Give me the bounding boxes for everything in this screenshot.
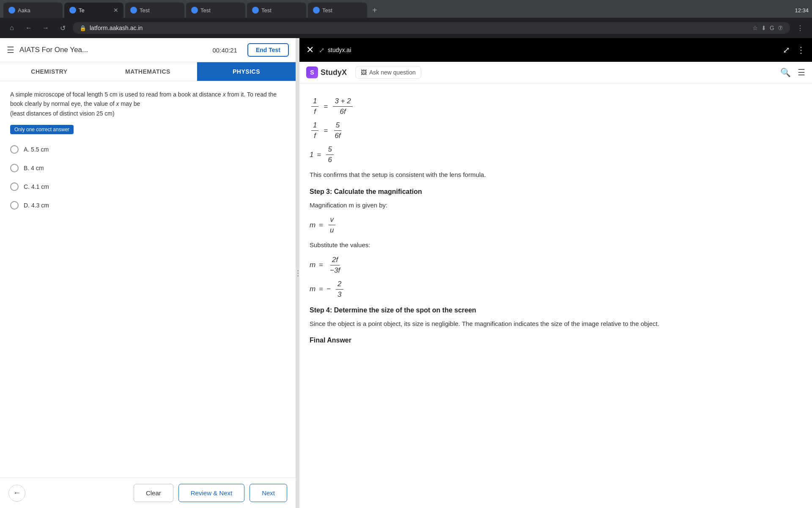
studyx-logo-letter: S [310,69,314,76]
sub-magnification-line: m = 2f −3f [310,256,802,275]
studyx-url-text: studyx.ai [328,47,351,53]
option-c[interactable]: C. 4.1 cm [10,180,285,193]
left-panel: ☰ AIATS For One Yea... 00:40:21 End Test… [0,38,296,508]
time-display: 12:34 [795,7,809,14]
browser-status-icons: 12:34 [795,7,809,14]
tab-mathematics[interactable]: MATHEMATICS [99,62,197,81]
studyx-header-icons: 🔍 ☰ [780,67,805,77]
option-a-radio[interactable] [10,145,19,154]
magnification-eq-div: m = v u [310,215,802,235]
frac-5-6: 5 6 [326,145,333,164]
translate-icon[interactable]: G [770,25,774,31]
m-symbol-3: m [310,285,315,293]
substitute-text: Substitute the values: [310,240,802,251]
test-title: AIATS For One Yea... [19,46,208,54]
extensions-icon[interactable]: ⑦ [778,25,783,31]
nav-bar: ⌂ ← → ↺ 🔒 latform.aakash.ac.in ☆ ⬇ G ⑦ ⋮ [0,18,812,38]
tab-label-4: Test [200,7,240,14]
frac-2-3: 2 3 [336,280,343,299]
equation-3-line: 1 = 5 6 [310,145,802,164]
option-d[interactable]: D. 4.3 cm [10,199,285,212]
end-test-button[interactable]: End Test [247,43,289,57]
nav-back-button[interactable]: ← [22,21,36,35]
magnification-result-line: m = − 2 3 [310,280,802,299]
address-bar[interactable]: 🔒 latform.aakash.ac.in ☆ ⬇ G ⑦ [73,22,790,34]
ask-question-image-icon: 🖼 [361,69,367,76]
browser-chrome: Aaka Te ✕ Test Test Test Test + 12:34 ⌂ [0,0,812,38]
tab-physics[interactable]: PHYSICS [197,62,296,81]
equation-1-line: 1 f = 3 + 2 6f [310,97,802,116]
ask-new-question-button[interactable]: 🖼 Ask new question [355,66,421,79]
back-button[interactable]: ← [8,485,25,502]
next-button[interactable]: Next [250,484,287,502]
clear-button[interactable]: Clear [134,484,173,502]
tab-label-2: Te [79,7,111,14]
studyx-share-button[interactable]: ⤢ [783,45,790,55]
option-c-radio[interactable] [10,182,19,191]
studyx-topbar: ✕ ⤢ studyx.ai ⤢ ⋮ [299,38,812,62]
studyx-close-icon[interactable]: ✕ [306,44,314,55]
tab-favicon-4 [191,7,198,14]
frac-2f-neg3f: 2f −3f [328,256,342,275]
main-area: ☰ AIATS For One Yea... 00:40:21 End Test… [0,38,812,508]
option-a[interactable]: A. 5.5 cm [10,143,285,156]
option-d-radio[interactable] [10,201,19,210]
tab-favicon-5 [252,7,259,14]
option-b-radio[interactable] [10,164,19,172]
new-tab-button[interactable]: + [369,4,381,17]
divider-dots [297,270,299,276]
tab-label-1: Aaka [18,7,58,14]
tab-6[interactable]: Test [308,3,367,18]
panel-divider[interactable] [296,38,299,508]
tab-favicon-3 [130,7,137,14]
studyx-url-bar: ⤢ studyx.ai [319,46,778,54]
frac-3plus2-num: 3 + 2 6f [331,97,354,116]
equals-3: = [317,151,321,159]
option-b-label: B. 4 cm [24,165,44,171]
step3-intro-text: Magnification m is given by: [310,200,802,211]
hamburger-menu-icon[interactable]: ☰ [7,45,14,55]
option-c-label: C. 4.1 cm [24,183,49,190]
download-icon[interactable]: ⬇ [761,25,766,31]
nav-refresh-button[interactable]: ↺ [56,21,69,35]
magnification-eq-line: m = v u [310,215,802,235]
answer-type-badge: Only one correct answer [10,125,74,134]
review-next-button[interactable]: Review & Next [178,484,244,502]
option-a-label: A. 5.5 cm [24,146,49,153]
question-area: A simple microscope of focal length 5 cm… [0,81,296,478]
address-security-icon: 🔒 [80,25,86,31]
tab-favicon-1 [8,7,15,14]
equals-sub-m: = [319,261,323,269]
m-symbol-2: m [310,261,315,269]
tab-2[interactable]: Te ✕ [64,3,123,18]
menu-icon[interactable]: ☰ [798,67,805,77]
tab-5[interactable]: Test [247,3,306,18]
timer-display: 00:40:21 [213,47,237,54]
tab-favicon-6 [313,7,320,14]
tab-close-icon[interactable]: ✕ [113,7,118,14]
nav-forward-button[interactable]: → [39,21,52,35]
one-value: 1 [310,151,313,159]
frac-v-u: v u [328,215,335,235]
studyx-more-button[interactable]: ⋮ [797,45,805,55]
equals-2: = [324,127,328,135]
tab-4[interactable]: Test [186,3,245,18]
tab-1[interactable]: Aaka [3,3,63,18]
nav-home-button[interactable]: ⌂ [5,21,19,35]
right-panel: ✕ ⤢ studyx.ai ⤢ ⋮ S StudyX 🖼 Ask new que… [299,38,812,508]
tab-3[interactable]: Test [125,3,184,18]
search-icon[interactable]: 🔍 [780,67,791,77]
tab-label-5: Test [261,7,301,14]
m-symbol: m [310,221,315,229]
option-b[interactable]: B. 4 cm [10,161,285,175]
sub-magnification-div: m = 2f −3f [310,256,802,275]
studyx-logo-text: StudyX [321,68,347,77]
bookmark-icon[interactable]: ☆ [752,25,758,31]
tab-favicon-2 [69,7,76,14]
menu-button[interactable]: ⋮ [793,21,807,35]
tab-chemistry[interactable]: CHEMISTRY [0,62,99,81]
studyx-top-actions: ⤢ ⋮ [783,45,805,55]
frac-1f-num: 1 f [310,97,320,116]
studyx-content[interactable]: 1 f = 3 + 2 6f 1 [299,83,812,508]
equals-1: = [324,102,328,111]
